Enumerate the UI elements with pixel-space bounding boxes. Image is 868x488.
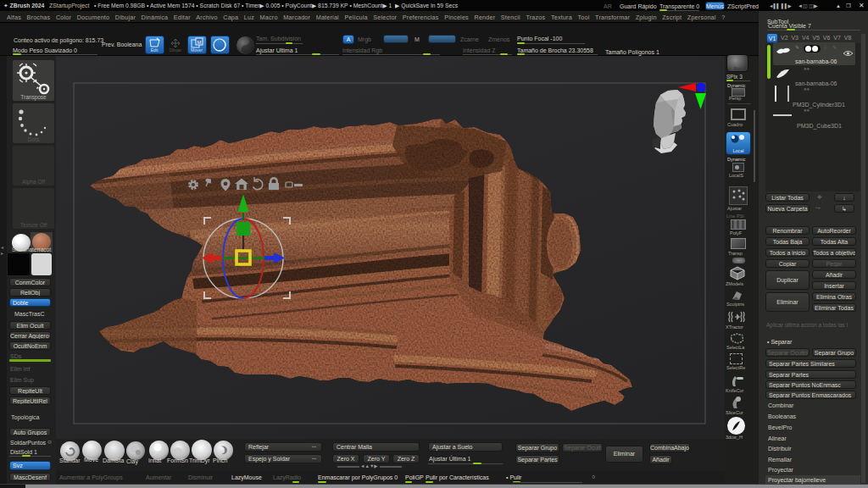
svg-text:Dibujar: Dibujar	[170, 48, 182, 53]
svg-text:Mover: Mover	[191, 47, 203, 53]
svg-text:M: M	[198, 40, 202, 45]
svg-text:Edit: Edit	[151, 47, 159, 53]
